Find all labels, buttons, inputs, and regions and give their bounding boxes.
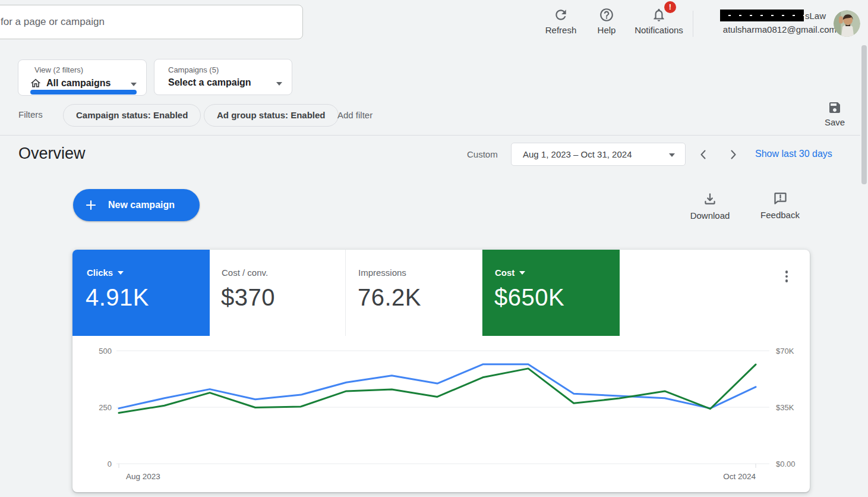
google-ads-overview-page: Refresh Help ! Notifications sLaw atulsh…: [0, 0, 868, 497]
save-icon: [813, 100, 856, 115]
scorecard-cost-value: $650K: [494, 284, 564, 311]
avatar[interactable]: [834, 10, 860, 37]
scorecard-cost-per-conv-value: $370: [221, 284, 275, 311]
x-axis-label-start: Aug 2023: [126, 472, 160, 481]
chevron-down-icon: [118, 271, 124, 275]
search-input[interactable]: [0, 5, 303, 39]
right-axis-tick: $70K: [776, 347, 794, 356]
view-selector[interactable]: View (2 filters) All campaigns: [18, 59, 147, 96]
plus-icon: [84, 198, 98, 215]
date-mode-label: Custom: [467, 149, 498, 159]
account-name-redaction: [720, 10, 804, 21]
account-name: sLaw: [805, 11, 826, 21]
notifications-button[interactable]: ! Notifications: [632, 7, 686, 35]
download-label: Download: [683, 210, 737, 221]
chevron-right-icon: [726, 147, 740, 162]
scorecard-cost[interactable]: Cost $650K: [482, 250, 620, 336]
right-axis-tick: $35K: [776, 403, 794, 412]
scorecard-cost-per-conv[interactable]: Cost / conv. $370: [210, 250, 346, 336]
download-icon: [683, 191, 737, 207]
save-button[interactable]: Save: [813, 100, 856, 127]
date-next-button[interactable]: [726, 147, 740, 162]
scorecard-impressions-value: 76.2K: [358, 284, 421, 311]
notifications-bell-icon: [632, 7, 686, 23]
scorecard-cost-label: Cost: [495, 268, 525, 278]
feedback-icon: [753, 190, 807, 206]
campaign-selector-label: Campaigns (5): [168, 65, 219, 74]
show-last-30-days-link[interactable]: Show last 30 days: [755, 149, 832, 159]
left-axis-tick: 500: [99, 347, 112, 356]
account-email: atulsharma0812@gmail.com: [683, 24, 837, 34]
cost-series-line: [119, 364, 756, 413]
help-icon: [580, 7, 633, 23]
left-axis-tick: 250: [99, 403, 112, 412]
new-campaign-button[interactable]: New campaign: [73, 189, 200, 221]
scorecard-cost-per-conv-label: Cost / conv.: [222, 268, 268, 278]
chevron-left-icon: [696, 147, 711, 162]
help-label: Help: [580, 25, 633, 35]
chevron-down-icon: [519, 271, 525, 275]
panel-more-options-button[interactable]: [781, 269, 792, 287]
scorecard-clicks[interactable]: Clicks 4.91K: [72, 250, 210, 336]
filter-chip-campaign-status[interactable]: Campaign status: Enabled: [63, 104, 201, 127]
date-range-selector[interactable]: Aug 1, 2023 – Oct 31, 2024: [511, 143, 686, 166]
notifications-label: Notifications: [632, 25, 686, 35]
scorecard-impressions[interactable]: Impressions 76.2K: [346, 250, 482, 336]
date-prev-button[interactable]: [696, 147, 711, 162]
campaign-selector-value: Select a campaign: [168, 77, 251, 88]
campaign-selector[interactable]: Campaigns (5) Select a campaign: [154, 59, 292, 95]
help-button[interactable]: Help: [580, 7, 633, 35]
chevron-down-icon: [131, 83, 137, 86]
new-campaign-label: New campaign: [108, 189, 175, 221]
date-range-value: Aug 1, 2023 – Oct 31, 2024: [523, 143, 632, 166]
left-axis-tick: 0: [108, 460, 112, 468]
scrollbar[interactable]: [861, 45, 867, 184]
x-axis-label-end: Oct 2024: [723, 472, 756, 481]
add-filter-button[interactable]: Add filter: [337, 110, 373, 120]
overview-chart-panel: Clicks 4.91K Cost / conv. $370 Impressio…: [72, 250, 810, 492]
filter-chip-adgroup-status[interactable]: Ad group status: Enabled: [204, 104, 339, 127]
save-label: Save: [813, 117, 856, 127]
view-selector-value: All campaigns: [46, 78, 111, 89]
chevron-down-icon: [669, 153, 675, 157]
feedback-button[interactable]: Feedback: [753, 190, 807, 220]
time-series-chart: 500 250 0 $70K $35K $0.00 Aug 2023 Oct 2…: [72, 336, 810, 492]
view-selected-indicator: [30, 90, 137, 95]
scorecard-clicks-label: Clicks: [87, 268, 124, 278]
right-axis-tick: $0.00: [776, 460, 796, 468]
clicks-series-line: [119, 364, 756, 408]
download-button[interactable]: Download: [683, 191, 737, 221]
feedback-label: Feedback: [753, 210, 807, 220]
section-divider: [0, 135, 860, 136]
page-title: Overview: [18, 144, 86, 163]
notifications-badge: !: [664, 1, 676, 13]
view-selector-label: View (2 filters): [34, 65, 83, 74]
chevron-down-icon: [276, 82, 282, 86]
scorecard-impressions-label: Impressions: [358, 268, 406, 278]
filters-label: Filters: [18, 109, 43, 119]
scorecard-clicks-value: 4.91K: [86, 284, 149, 311]
